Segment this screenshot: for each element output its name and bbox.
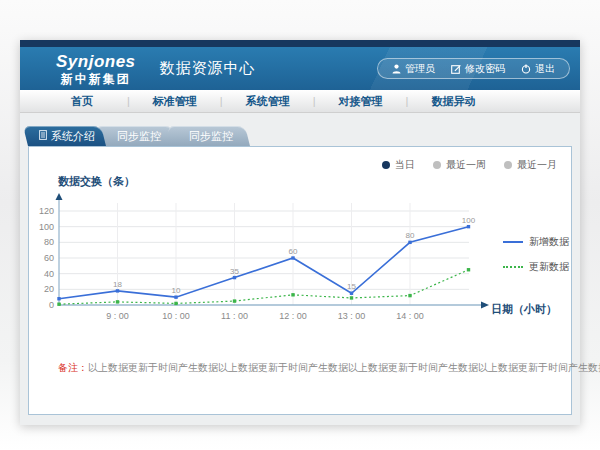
tab-1[interactable]: 同步监控: [100, 126, 178, 146]
change-password-label: 修改密码: [465, 62, 505, 76]
footnote-prefix: 备注：: [58, 362, 88, 373]
svg-text:100: 100: [462, 216, 476, 225]
user-name-label: 管理员: [405, 62, 435, 76]
app-header: Synjones 新中新集团 数据资源中心 管理员 修改密码 退出: [20, 47, 580, 90]
tab-0[interactable]: 系统介绍: [28, 126, 106, 146]
radio-last-week[interactable]: 最近一周: [433, 158, 486, 172]
radio-last-month[interactable]: 最近一月: [504, 158, 557, 172]
footnote-text: 以上数据更新于时间产生数据以上数据更新于时间产生数据以上数据更新于时间产生数据以…: [88, 362, 600, 373]
nav-item-system[interactable]: 系统管理: [236, 94, 300, 109]
logo-company-name: 新中新集团: [56, 73, 136, 85]
nav-separator: |: [313, 95, 316, 107]
document-icon: [39, 130, 47, 142]
svg-text:80: 80: [44, 237, 54, 247]
tab-label: 同步监控: [189, 129, 233, 144]
user-icon: [392, 64, 401, 74]
svg-text:18: 18: [113, 280, 122, 289]
radio-today[interactable]: 当日: [382, 158, 415, 172]
logo-brand-text: Synjones: [56, 53, 136, 70]
power-icon: [521, 64, 531, 74]
main-nav: 首页 | 标准管理 | 系统管理 | 对接管理 | 数据异动: [20, 90, 580, 113]
logout-button[interactable]: 退出: [521, 62, 555, 76]
svg-text:120: 120: [39, 206, 54, 216]
tab-label: 同步监控: [117, 129, 161, 144]
tab-2[interactable]: 同步监控: [172, 126, 250, 146]
svg-text:10 : 00: 10 : 00: [162, 311, 190, 321]
svg-text:12 : 00: 12 : 00: [279, 311, 307, 321]
svg-text:10: 10: [172, 286, 181, 295]
radio-dot-1[interactable]: [433, 161, 441, 169]
logout-label: 退出: [535, 62, 555, 76]
footnote: 备注：以上数据更新于时间产生数据以上数据更新于时间产生数据以上数据更新于时间产生…: [58, 361, 600, 375]
radio-dot-2[interactable]: [504, 161, 512, 169]
svg-text:40: 40: [44, 269, 54, 279]
nav-separator: |: [127, 95, 130, 107]
legend-label: 更新数据: [529, 260, 569, 274]
legend-item-new-data: 新增数据: [503, 235, 569, 249]
svg-text:13 : 00: 13 : 00: [338, 311, 366, 321]
content-area: 系统介绍 同步监控 同步监控 当日 最近一周: [20, 113, 580, 425]
tab-label: 系统介绍: [51, 129, 95, 144]
legend-item-updated-data: 更新数据: [503, 260, 569, 274]
svg-text:60: 60: [289, 247, 298, 256]
user-toolbar: 管理员 修改密码 退出: [377, 58, 570, 79]
nav-item-data-changes[interactable]: 数据异动: [421, 94, 485, 109]
svg-text:15: 15: [347, 282, 356, 291]
chart-legend: 新增数据 更新数据: [503, 235, 569, 274]
top-accent-strip: [20, 40, 580, 47]
company-logo: Synjones 新中新集团: [56, 53, 136, 85]
tab-bar: 系统介绍 同步监控 同步监控: [28, 126, 244, 146]
x-axis-title: 日期（小时）: [491, 302, 557, 317]
radio-dot-0[interactable]: [382, 161, 390, 169]
y-axis-title: 数据交换（条）: [58, 174, 135, 189]
dotted-line-swatch: [503, 266, 523, 268]
nav-item-standards[interactable]: 标准管理: [143, 94, 207, 109]
svg-text:9 : 00: 9 : 00: [106, 311, 129, 321]
radio-label: 当日: [395, 158, 415, 172]
chart-panel: 当日 最近一周 最近一月 数据交换（条） 0204060801001209 : …: [28, 146, 572, 415]
nav-separator: |: [406, 95, 409, 107]
time-range-filter: 当日 最近一周 最近一月: [382, 158, 557, 172]
svg-text:11 : 00: 11 : 00: [221, 311, 248, 321]
change-password-button[interactable]: 修改密码: [451, 62, 505, 76]
line-chart: 0204060801001209 : 0010 : 0011 : 0012 : …: [29, 193, 509, 325]
nav-item-home[interactable]: 首页: [50, 94, 114, 109]
svg-text:14 : 00: 14 : 00: [396, 311, 424, 321]
svg-text:60: 60: [44, 253, 54, 263]
edit-icon: [451, 64, 461, 74]
app-window: Synjones 新中新集团 数据资源中心 管理员 修改密码 退出 首页 | 标…: [20, 40, 580, 425]
solid-line-swatch: [503, 241, 523, 243]
radio-label: 最近一月: [517, 158, 557, 172]
svg-text:35: 35: [230, 267, 239, 276]
radio-label: 最近一周: [446, 158, 486, 172]
svg-text:20: 20: [44, 284, 54, 294]
nav-separator: |: [220, 95, 223, 107]
svg-text:80: 80: [406, 231, 415, 240]
current-user[interactable]: 管理员: [392, 62, 435, 76]
svg-text:100: 100: [39, 222, 54, 232]
legend-label: 新增数据: [529, 235, 569, 249]
page-title: 数据资源中心: [160, 59, 256, 78]
svg-text:0: 0: [49, 300, 54, 310]
nav-item-interface[interactable]: 对接管理: [329, 94, 393, 109]
